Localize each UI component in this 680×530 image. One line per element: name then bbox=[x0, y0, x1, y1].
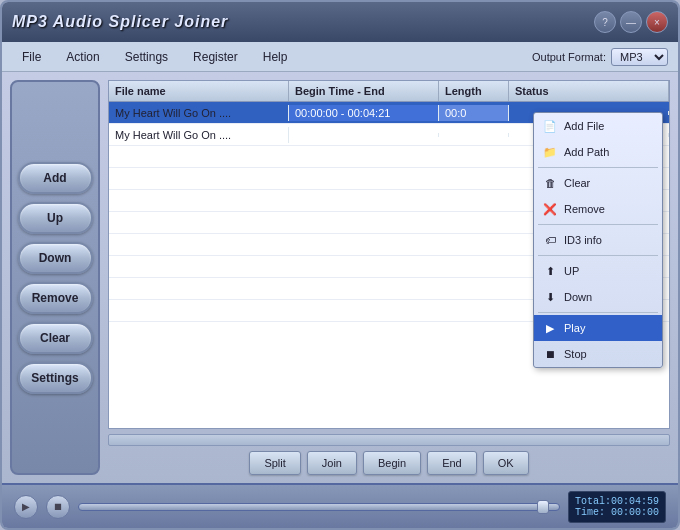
output-format-select[interactable]: MP3 WAV OGG WMA bbox=[611, 48, 668, 66]
time-display: Total: 00:04:59 Time: 00:00:00 bbox=[568, 491, 666, 523]
table-header: File name Begin Time - End Length Status bbox=[109, 81, 669, 102]
play-icon: ▶ bbox=[542, 320, 558, 336]
clear-icon: 🗑 bbox=[542, 175, 558, 191]
window-controls: ? — × bbox=[594, 11, 668, 33]
ctx-up[interactable]: ⬆ UP bbox=[534, 258, 662, 284]
ok-button[interactable]: OK bbox=[483, 451, 529, 475]
col-filename: File name bbox=[109, 81, 289, 101]
id3-icon: 🏷 bbox=[542, 232, 558, 248]
settings-button[interactable]: Settings bbox=[18, 362, 93, 394]
row-length: 00:0 bbox=[439, 105, 509, 121]
output-format-container: Output Format: MP3 WAV OGG WMA bbox=[532, 48, 668, 66]
col-length: Length bbox=[439, 81, 509, 101]
add-file-icon: 📄 bbox=[542, 118, 558, 134]
ctx-clear[interactable]: 🗑 Clear bbox=[534, 170, 662, 196]
add-path-icon: 📁 bbox=[542, 144, 558, 160]
info-button[interactable]: ? bbox=[594, 11, 616, 33]
row-length bbox=[439, 133, 509, 137]
ctx-stop-label: Stop bbox=[564, 348, 587, 360]
down-icon: ⬇ bbox=[542, 289, 558, 305]
ctx-add-path-label: Add Path bbox=[564, 146, 609, 158]
play-transport-icon: ▶ bbox=[22, 501, 30, 512]
horizontal-scrollbar[interactable] bbox=[108, 434, 670, 446]
menu-action[interactable]: Action bbox=[56, 47, 109, 67]
progress-bar[interactable] bbox=[78, 503, 560, 511]
join-button[interactable]: Join bbox=[307, 451, 357, 475]
minimize-button[interactable]: — bbox=[620, 11, 642, 33]
menu-bar: File Action Settings Register Help Outpu… bbox=[2, 42, 678, 72]
sidebar: Add Up Down Remove Clear Settings bbox=[10, 80, 100, 475]
ctx-stop[interactable]: ⏹ Stop bbox=[534, 341, 662, 367]
row-filename: My Heart Will Go On .... bbox=[109, 105, 289, 121]
time-label: Time: bbox=[575, 507, 605, 518]
menu-help[interactable]: Help bbox=[253, 47, 298, 67]
ctx-divider-1 bbox=[538, 167, 658, 168]
ctx-remove[interactable]: ❌ Remove bbox=[534, 196, 662, 222]
ctx-id3-label: ID3 info bbox=[564, 234, 602, 246]
menu-settings[interactable]: Settings bbox=[115, 47, 178, 67]
close-button[interactable]: × bbox=[646, 11, 668, 33]
stop-icon: ⏹ bbox=[542, 346, 558, 362]
ctx-id3-info[interactable]: 🏷 ID3 info bbox=[534, 227, 662, 253]
total-label: Total: bbox=[575, 496, 611, 507]
begin-button[interactable]: Begin bbox=[363, 451, 421, 475]
main-window: MP3 Audio Splicer Joiner ? — × File Acti… bbox=[0, 0, 680, 530]
row-time bbox=[289, 133, 439, 137]
ctx-remove-label: Remove bbox=[564, 203, 605, 215]
ctx-divider-3 bbox=[538, 255, 658, 256]
total-time-line: Total: 00:04:59 bbox=[575, 496, 659, 507]
output-format-label: Output Format: bbox=[532, 51, 606, 63]
ctx-add-file-label: Add File bbox=[564, 120, 604, 132]
ctx-add-file[interactable]: 📄 Add File bbox=[534, 113, 662, 139]
ctx-divider-2 bbox=[538, 224, 658, 225]
ctx-clear-label: Clear bbox=[564, 177, 590, 189]
main-content: Add Up Down Remove Clear Settings File n… bbox=[2, 72, 678, 483]
row-filename: My Heart Will Go On .... bbox=[109, 127, 289, 143]
stop-transport-icon: ⏹ bbox=[53, 501, 63, 512]
app-title: MP3 Audio Splicer Joiner bbox=[12, 13, 228, 31]
play-transport-button[interactable]: ▶ bbox=[14, 495, 38, 519]
title-bar: MP3 Audio Splicer Joiner ? — × bbox=[2, 2, 678, 42]
ctx-play[interactable]: ▶ Play bbox=[534, 315, 662, 341]
split-button[interactable]: Split bbox=[249, 451, 300, 475]
bottom-buttons: Split Join Begin End OK bbox=[108, 451, 670, 475]
stop-transport-button[interactable]: ⏹ bbox=[46, 495, 70, 519]
ctx-down-label: Down bbox=[564, 291, 592, 303]
up-icon: ⬆ bbox=[542, 263, 558, 279]
col-time: Begin Time - End bbox=[289, 81, 439, 101]
row-time: 00:00:00 - 00:04:21 bbox=[289, 105, 439, 121]
ctx-divider-4 bbox=[538, 312, 658, 313]
ctx-up-label: UP bbox=[564, 265, 579, 277]
ctx-play-label: Play bbox=[564, 322, 585, 334]
context-menu: 📄 Add File 📁 Add Path 🗑 Clear ❌ Remove 🏷… bbox=[533, 112, 663, 368]
ctx-add-path[interactable]: 📁 Add Path bbox=[534, 139, 662, 165]
col-status: Status bbox=[509, 81, 669, 101]
remove-icon: ❌ bbox=[542, 201, 558, 217]
end-button[interactable]: End bbox=[427, 451, 477, 475]
menu-register[interactable]: Register bbox=[183, 47, 248, 67]
transport-bar: ▶ ⏹ Total: 00:04:59 Time: 00:00:00 bbox=[2, 483, 678, 528]
ctx-down[interactable]: ⬇ Down bbox=[534, 284, 662, 310]
total-value: 00:04:59 bbox=[611, 496, 659, 507]
current-time-line: Time: 00:00:00 bbox=[575, 507, 659, 518]
menu-file[interactable]: File bbox=[12, 47, 51, 67]
down-button[interactable]: Down bbox=[18, 242, 93, 274]
remove-button[interactable]: Remove bbox=[18, 282, 93, 314]
progress-handle[interactable] bbox=[537, 500, 549, 514]
clear-button[interactable]: Clear bbox=[18, 322, 93, 354]
time-value: 00:00:00 bbox=[611, 507, 659, 518]
up-button[interactable]: Up bbox=[18, 202, 93, 234]
add-button[interactable]: Add bbox=[18, 162, 93, 194]
